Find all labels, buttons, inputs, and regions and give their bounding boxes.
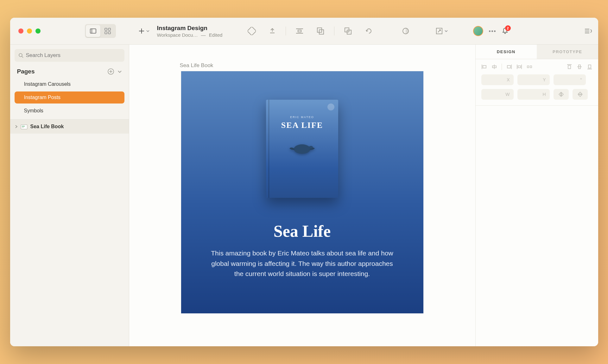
insert-button[interactable] [138,28,149,35]
list-view-button[interactable] [86,25,100,37]
h-field[interactable]: H [517,89,550,100]
search-layers[interactable] [15,49,124,62]
distribute-icon[interactable] [295,28,304,35]
chevron-down-icon [445,29,448,33]
layers-panel: Sea Life Book [10,119,129,134]
svg-line-19 [22,56,23,58]
document-name: Instagram Design [157,25,223,32]
artboard-icon [20,123,28,130]
layer-row-artboard[interactable]: Sea Life Book [10,120,129,134]
grid-view-button[interactable] [100,25,115,37]
svg-rect-44 [588,65,591,68]
svg-rect-33 [507,66,510,68]
notifications-button[interactable]: 2 [501,27,509,35]
artboard-label[interactable]: Sea Life Book [180,62,213,69]
tab-design[interactable]: DESIGN [476,45,537,59]
mask-icon[interactable] [402,27,410,35]
titlebar: Instagram Design Workspace Docu… — Edite… [10,18,598,45]
align-hdist-icon[interactable] [527,64,532,70]
align-right-icon[interactable] [506,64,512,70]
document-title: Instagram Design Workspace Docu… — Edite… [157,25,223,38]
avatar[interactable] [473,26,483,36]
toolbar-separator [286,27,286,35]
union-icon[interactable] [344,27,352,35]
flip-v-button[interactable] [573,89,588,100]
rotation-field[interactable]: ° [554,74,586,85]
svg-rect-2 [105,28,107,30]
svg-rect-37 [527,66,529,68]
svg-rect-0 [90,29,96,33]
plus-icon [138,28,145,35]
svg-rect-36 [518,66,521,68]
svg-rect-8 [248,27,256,35]
rotate-icon[interactable] [365,27,373,35]
book-author: ERIC MATEO [290,116,314,119]
artboard[interactable]: ERIC MATEO SEA LIFE Sea Life This amazin… [181,71,423,313]
maximize-window-button[interactable] [35,28,41,34]
align-left-icon[interactable] [481,64,487,70]
y-field[interactable]: Y [517,74,550,85]
turtle-icon [286,139,318,155]
svg-rect-10 [298,30,301,32]
search-input[interactable] [26,52,121,59]
w-field[interactable]: W [481,89,514,100]
svg-rect-24 [22,126,25,127]
sidebar: Pages Instagram Carousels Instagram Post… [10,45,129,346]
minimize-window-button[interactable] [27,28,32,34]
canvas[interactable]: Sea Life Book ERIC MATEO SEA LIFE Sea Li… [129,45,475,346]
inspector-tabs: DESIGN PROTOTYPE [476,45,598,59]
align-top-icon[interactable] [567,64,572,70]
toolbar-tools [248,27,448,35]
pages-label: Pages [17,68,35,75]
group-icon[interactable] [316,27,325,35]
pages-header: Pages [10,65,129,78]
notification-badge: 2 [505,25,511,31]
hero-description[interactable]: This amazing book by Eric Mateo talks ab… [207,248,397,279]
svg-rect-29 [483,66,486,68]
collapse-inspector-button[interactable] [584,28,592,34]
svg-rect-4 [105,32,107,34]
align-hcenter-icon[interactable] [491,64,497,70]
chevron-right-icon [15,125,18,129]
svg-rect-3 [108,28,111,30]
window-controls [10,28,41,34]
x-field[interactable]: X [481,74,514,85]
page-item-carousels[interactable]: Instagram Carousels [15,78,124,90]
align-bottom-icon[interactable] [587,64,592,70]
alignment-row [476,59,598,73]
close-window-button[interactable] [18,28,23,34]
sidebar-view-toggle [85,24,116,38]
search-icon [18,53,23,58]
flip-h-button[interactable] [554,89,569,100]
layer-label: Sea Life Book [30,124,64,129]
svg-point-26 [294,144,310,154]
forward-icon[interactable] [269,27,276,35]
document-subtitle: Workspace Docu… — Edited [157,32,223,38]
add-page-button[interactable] [107,68,114,75]
svg-rect-12 [317,28,322,32]
align-hjustify-icon[interactable] [516,64,522,70]
app-body: Pages Instagram Carousels Instagram Post… [10,45,598,346]
book-title: SEA LIFE [281,121,323,130]
pages-chevron-button[interactable] [117,69,122,74]
book-cover[interactable]: ERIC MATEO SEA LIFE [266,100,338,198]
titlebar-right: 2 [473,26,598,36]
page-item-symbols[interactable]: Symbols [15,105,124,117]
chevron-down-icon [146,29,149,33]
create-symbol-icon[interactable] [248,27,256,35]
toolbar-separator [334,27,334,35]
inspector-separator [476,105,598,106]
more-menu-button[interactable] [489,30,496,32]
transform-fields: X Y ° W H [476,73,598,105]
svg-rect-5 [108,32,111,34]
svg-rect-25 [22,127,24,128]
scale-icon[interactable] [435,27,448,35]
page-item-posts[interactable]: Instagram Posts [15,91,124,104]
inspector: DESIGN PROTOTYPE [475,45,598,346]
hero-title[interactable]: Sea Life [274,222,331,241]
svg-point-18 [19,53,22,57]
svg-rect-40 [568,66,571,69]
tab-prototype[interactable]: PROTOTYPE [537,45,598,59]
svg-rect-13 [319,30,324,34]
align-vcenter-icon[interactable] [577,64,582,70]
